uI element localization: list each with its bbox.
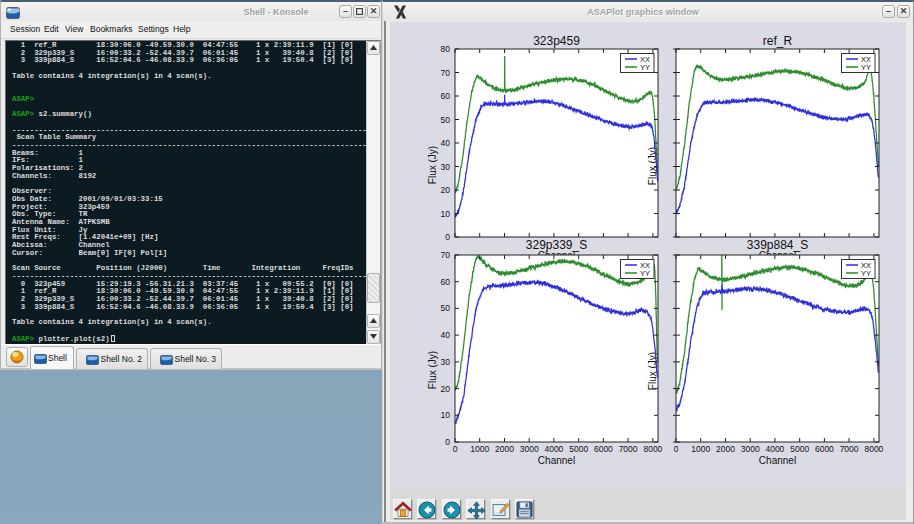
svg-text:Flux (Jy): Flux (Jy) — [427, 146, 438, 184]
svg-text:70: 70 — [441, 68, 451, 78]
svg-text:6000: 6000 — [815, 444, 834, 454]
svg-text:5000: 5000 — [569, 444, 588, 454]
svg-text:70: 70 — [441, 250, 451, 260]
svg-text:YY: YY — [861, 63, 871, 72]
svg-text:50: 50 — [441, 115, 451, 125]
svg-text:10: 10 — [441, 209, 451, 219]
svg-text:50: 50 — [441, 303, 451, 313]
svg-text:Flux (Jy): Flux (Jy) — [427, 351, 438, 389]
svg-text:80: 80 — [441, 44, 451, 54]
svg-text:5000: 5000 — [790, 444, 809, 454]
svg-text:6000: 6000 — [594, 444, 613, 454]
svg-text:Channel: Channel — [759, 455, 796, 466]
svg-text:60: 60 — [441, 91, 451, 101]
svg-text:0: 0 — [445, 232, 450, 242]
svg-text:329p339_S: 329p339_S — [526, 238, 587, 252]
svg-text:YY: YY — [861, 269, 871, 278]
svg-text:2000: 2000 — [716, 444, 735, 454]
svg-text:0: 0 — [453, 444, 458, 454]
svg-text:0: 0 — [674, 444, 679, 454]
svg-text:ref_R: ref_R — [763, 34, 793, 48]
svg-text:1000: 1000 — [691, 444, 710, 454]
svg-text:4000: 4000 — [765, 444, 784, 454]
svg-text:3000: 3000 — [741, 444, 760, 454]
svg-text:3000: 3000 — [520, 444, 539, 454]
svg-text:2000: 2000 — [495, 444, 514, 454]
svg-text:40: 40 — [441, 138, 451, 148]
svg-text:YY: YY — [640, 269, 650, 278]
svg-text:8000: 8000 — [643, 444, 662, 454]
svg-text:30: 30 — [441, 162, 451, 172]
svg-text:60: 60 — [441, 277, 451, 287]
svg-text:30: 30 — [441, 357, 451, 367]
svg-text:20: 20 — [441, 384, 451, 394]
svg-text:7000: 7000 — [840, 444, 859, 454]
svg-text:0: 0 — [445, 437, 450, 447]
svg-text:339p884_S: 339p884_S — [747, 238, 808, 252]
svg-text:20: 20 — [441, 185, 451, 195]
svg-text:YY: YY — [640, 63, 650, 72]
svg-text:40: 40 — [441, 330, 451, 340]
svg-text:323p459: 323p459 — [533, 34, 580, 48]
svg-text:1000: 1000 — [470, 444, 489, 454]
svg-text:7000: 7000 — [619, 444, 638, 454]
svg-text:10: 10 — [441, 410, 451, 420]
svg-text:4000: 4000 — [544, 444, 563, 454]
svg-text:Channel: Channel — [538, 455, 575, 466]
svg-text:8000: 8000 — [864, 444, 883, 454]
